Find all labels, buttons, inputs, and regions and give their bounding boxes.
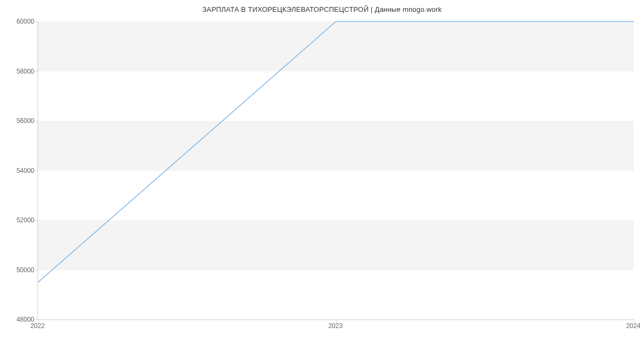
y-axis-label: 60000 [0, 18, 34, 25]
x-axis-label: 2023 [328, 322, 343, 330]
y-axis-label: 48000 [0, 316, 34, 323]
y-axis-label: 52000 [0, 216, 34, 224]
y-axis-label: 50000 [0, 266, 34, 274]
y-tick [35, 171, 38, 171]
y-tick [35, 21, 38, 22]
y-axis-label: 54000 [0, 167, 34, 174]
y-tick [35, 71, 38, 72]
plot-area [38, 21, 634, 320]
chart-container: ЗАРПЛАТА В ТИХОРЕЦКЭЛЕВАТОРСПЕЦСТРОЙ | Д… [0, 0, 644, 349]
y-tick [35, 270, 38, 271]
x-axis-label: 2022 [31, 322, 45, 330]
line-series [38, 21, 634, 319]
y-axis-label: 56000 [0, 117, 34, 125]
y-axis-label: 58000 [0, 68, 34, 75]
x-axis-label: 2024 [626, 322, 641, 330]
y-tick [35, 121, 38, 121]
y-tick [35, 220, 38, 221]
chart-title: ЗАРПЛАТА В ТИХОРЕЦКЭЛЕВАТОРСПЕЦСТРОЙ | Д… [0, 5, 644, 13]
